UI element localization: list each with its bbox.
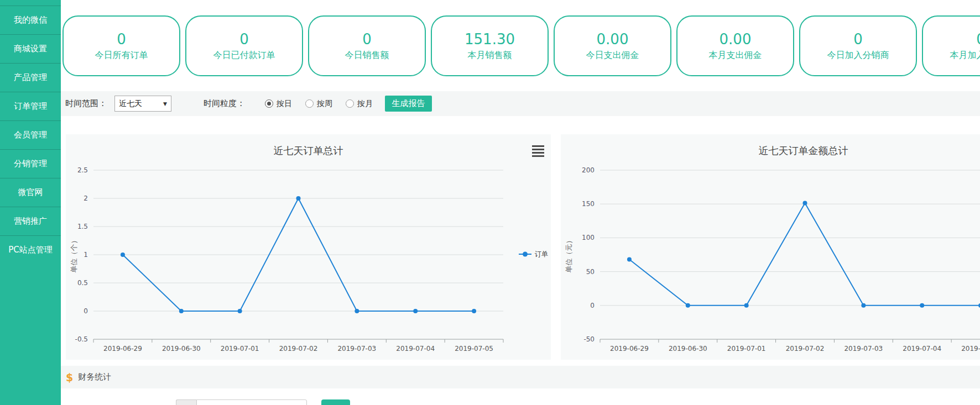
stat-card-label: 今日已付款订单 xyxy=(213,51,275,60)
time-range-value: 近七天 xyxy=(119,99,142,109)
sidebar-item-7[interactable]: 营销推广 xyxy=(0,207,61,235)
chart-legend[interactable]: 订单 xyxy=(519,250,548,258)
data-point[interactable] xyxy=(472,309,476,313)
stat-card-label: 今日支出佣金 xyxy=(586,51,639,60)
stat-card-0: 0今日所有订单 xyxy=(62,15,180,76)
data-point[interactable] xyxy=(179,309,184,313)
stat-card-value: 151.30 xyxy=(465,32,515,46)
y-axis-title: 单位（元） xyxy=(565,237,573,273)
data-point[interactable] xyxy=(686,303,690,308)
stat-card-value: 0 xyxy=(117,32,126,46)
sidebar-item-4[interactable]: 会员管理 xyxy=(0,120,61,149)
data-point[interactable] xyxy=(238,309,242,313)
generate-report-button[interactable]: 生成报告 xyxy=(385,96,432,112)
radio-option-0[interactable]: 按日 xyxy=(265,99,292,109)
x-tick-label: 2019-07-05 xyxy=(455,345,493,353)
stat-card-5: 0.00本月支出佣金 xyxy=(676,15,794,76)
y-tick-label: -50 xyxy=(583,335,595,343)
chart-title: 近七天订单金额总计 xyxy=(759,145,848,156)
data-point[interactable] xyxy=(413,309,418,313)
y-tick-label: 0 xyxy=(590,302,595,309)
x-tick-label: 2019-07-02 xyxy=(786,345,825,353)
data-point[interactable] xyxy=(121,253,125,257)
x-tick-label: 2019-07-01 xyxy=(727,345,766,353)
stat-card-1: 0今日已付款订单 xyxy=(185,15,303,76)
stat-card-2: 0今日销售额 xyxy=(308,15,426,76)
x-tick-label: 2019-06-29 xyxy=(610,345,649,353)
orders-chart-panel: 近七天订单总计单位（个）2.521.510.50-0.52019-06-2920… xyxy=(66,134,551,360)
stat-card-label: 本月销售额 xyxy=(468,51,512,60)
y-tick-label: 150 xyxy=(582,200,595,208)
y-tick-label: 50 xyxy=(586,268,595,276)
amount-line-chart: 近七天订单金额总计单位（元）200150100500-502019-06-292… xyxy=(561,134,980,360)
x-tick-label: 2019-06-30 xyxy=(669,345,707,353)
series-line xyxy=(629,203,980,306)
dollar-icon: $ xyxy=(66,371,73,383)
sidebar-menu: 我的微信商城设置产品管理订单管理会员管理分销管理微官网营销推广PC站点管理 xyxy=(0,6,61,264)
legend-label: 订单 xyxy=(535,250,548,258)
x-tick-label: 2019-07-02 xyxy=(279,345,318,353)
stat-card-label: 今日所有订单 xyxy=(95,51,148,60)
x-tick-label: 2019-06-30 xyxy=(162,345,201,353)
radio-option-1[interactable]: 按周 xyxy=(305,99,332,109)
radio-label: 按月 xyxy=(357,99,373,109)
y-tick-label: 1 xyxy=(84,251,88,259)
stat-card-label: 本月加入分销商 xyxy=(950,51,980,60)
radio-unselected-icon[interactable] xyxy=(305,99,314,108)
sidebar-item-2[interactable]: 产品管理 xyxy=(0,63,61,92)
orders-line-chart: 近七天订单总计单位（个）2.521.510.50-0.52019-06-2920… xyxy=(66,134,551,360)
radio-label: 按周 xyxy=(317,99,332,109)
y-tick-label: 0 xyxy=(84,307,88,315)
time-range-label: 时间范围： xyxy=(65,98,107,109)
stat-card-value: 0 xyxy=(362,32,372,46)
granularity-radio-group: 按日按周按月 xyxy=(265,99,373,109)
time-range-select[interactable]: 近七天 ▼ xyxy=(114,96,171,112)
radio-unselected-icon[interactable] xyxy=(346,99,354,108)
legend-marker-icon xyxy=(523,252,528,257)
stat-card-label: 今日加入分销商 xyxy=(827,51,889,60)
y-tick-label: 1.5 xyxy=(77,223,88,230)
data-point[interactable] xyxy=(920,303,924,308)
x-tick-label: 2019-07-01 xyxy=(221,345,259,353)
x-tick-label: 2019-07-03 xyxy=(337,345,376,353)
stat-cards-row: 0今日所有订单0今日已付款订单0今日销售额151.30本月销售额0.00今日支出… xyxy=(62,15,980,76)
chart-title: 近七天订单总计 xyxy=(274,145,343,156)
data-point[interactable] xyxy=(744,303,749,308)
stat-card-4: 0.00今日支出佣金 xyxy=(554,15,671,76)
finance-form xyxy=(176,399,350,405)
stat-card-value: 0.00 xyxy=(597,32,629,46)
sidebar-item-8[interactable]: PC站点管理 xyxy=(0,235,61,264)
sidebar-item-5[interactable]: 分销管理 xyxy=(0,149,61,178)
amount-chart-panel: 近七天订单金额总计单位（元）200150100500-502019-06-292… xyxy=(561,134,980,360)
sidebar-item-3[interactable]: 订单管理 xyxy=(0,92,61,120)
stat-card-7: 0本月加入分销商 xyxy=(922,15,980,76)
y-tick-label: 200 xyxy=(582,166,595,174)
data-point[interactable] xyxy=(296,196,301,201)
y-tick-label: 100 xyxy=(582,234,595,241)
y-tick-label: 2.5 xyxy=(77,166,88,174)
chevron-down-icon: ▼ xyxy=(163,101,167,107)
data-point[interactable] xyxy=(355,309,359,313)
x-tick-label: 2019-07-03 xyxy=(844,345,883,353)
sidebar-item-1[interactable]: 商城设置 xyxy=(0,34,61,63)
stat-card-value: 0 xyxy=(239,32,249,46)
filter-bar: 时间范围： 近七天 ▼ 时间粒度： 按日按周按月 生成报告 xyxy=(61,91,980,116)
stat-card-3: 151.30本月销售额 xyxy=(431,15,549,76)
x-tick-label: 2019-07-04 xyxy=(903,345,941,353)
sidebar-item-6[interactable]: 微官网 xyxy=(0,178,61,207)
sidebar-item-0[interactable]: 我的微信 xyxy=(0,6,61,34)
data-point[interactable] xyxy=(861,303,866,308)
data-point[interactable] xyxy=(803,201,807,206)
granularity-label: 时间粒度： xyxy=(204,98,245,109)
stat-card-label: 今日销售额 xyxy=(345,51,389,60)
x-tick-label: 2019-07-05 xyxy=(961,345,980,353)
radio-option-2[interactable]: 按月 xyxy=(346,99,373,109)
finance-date-input[interactable] xyxy=(196,399,307,405)
radio-selected-icon[interactable] xyxy=(265,99,273,108)
stat-card-6: 0今日加入分销商 xyxy=(799,15,917,76)
chart-menu-icon[interactable] xyxy=(532,145,544,157)
stat-card-value: 0 xyxy=(853,32,863,46)
y-tick-label: 0.5 xyxy=(77,279,88,287)
data-point[interactable] xyxy=(627,257,632,262)
finance-submit-button[interactable] xyxy=(321,399,350,405)
